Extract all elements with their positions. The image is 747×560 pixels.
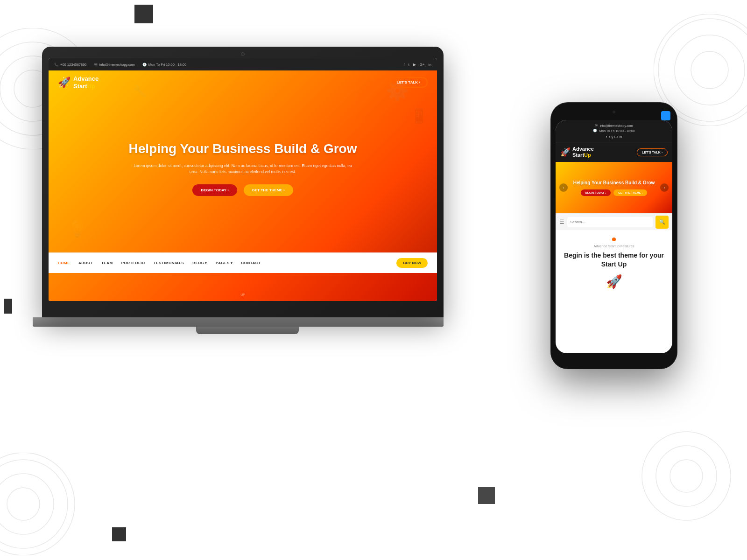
svg-point-7 (0, 453, 75, 555)
decorative-square-1 (134, 5, 153, 23)
svg-point-12 (670, 460, 703, 492)
phone-indicator (661, 111, 670, 120)
phone-hero-next-button[interactable]: › (660, 183, 669, 192)
phone-email-text: info@themeshopy.com (599, 124, 633, 127)
phone-email-row: ✉ info@themeshopy.com (595, 124, 633, 127)
phone-get-theme-button[interactable]: GET THE THEME › (613, 189, 647, 196)
svg-point-13 (656, 446, 717, 506)
phone-hero-title: Helping Your Business Build & Grow (573, 180, 655, 186)
social-gplus: G+ (420, 63, 425, 67)
clock-icon: 🕐 (142, 63, 147, 67)
laptop-outer: 📞 +00 1234567890 ✉ info@themeshopy.com 🕐… (42, 47, 444, 317)
svg-point-8 (691, 51, 728, 89)
buy-now-button[interactable]: BUY NOW (396, 258, 428, 268)
topbar-hours: 🕐 Mon To Fri 10:00 - 18:00 (142, 63, 187, 67)
social-twitter: t (409, 63, 409, 67)
phone-mockup: ✉ info@themeshopy.com 🕐 Mon To Fri 10:00… (551, 103, 677, 373)
phone-logo-line2: StartUp (572, 152, 594, 158)
email-icon: ✉ (94, 63, 98, 67)
nav-portfolio[interactable]: PORTFOLIO (121, 261, 145, 265)
phone-hero-content: Helping Your Business Build & Grow BEGIN… (573, 180, 655, 196)
social-facebook: f (403, 63, 404, 67)
laptop-camera (241, 52, 245, 56)
nav-team[interactable]: TEAM (101, 261, 113, 265)
laptop-hero-lower: UP (49, 273, 437, 301)
phone-hours-text: Mon To Fri 10:00 - 18:00 (599, 129, 634, 133)
phone-contact-info: ✉ info@themeshopy.com 🕐 Mon To Fri 10:00… (560, 124, 668, 139)
social-youtube: ▶ (413, 63, 416, 67)
topbar-social: f t ▶ G+ in (403, 63, 431, 67)
hero-title: Helping Your Business Build & Grow (128, 141, 357, 156)
hero-buttons: BEGIN TODAY › GET THE THEME › (192, 184, 293, 196)
phone-hero: ‹ Helping Your Business Build & Grow BEG… (556, 162, 672, 213)
decorative-square-4 (478, 487, 495, 504)
phone-logo-rocket-icon: 🚀 (560, 147, 571, 157)
nav-pages[interactable]: PAGES (216, 261, 233, 265)
phone-logo-highlight: Up (584, 152, 591, 158)
nav-home[interactable]: HOME (58, 261, 70, 265)
topbar-email-text: info@themeshopy.com (99, 63, 135, 67)
logo-line1: Advance (73, 75, 99, 83)
laptop-hero: 🚀 Advance StartUp LET'S TALK › Helping Y… (49, 70, 437, 252)
phone-socials: f ✦ y G+ in (606, 135, 622, 139)
svg-point-14 (642, 432, 731, 520)
features-dot (612, 238, 616, 241)
phone-search-input[interactable] (567, 217, 653, 227)
nav-blog[interactable]: BLOG (192, 261, 207, 265)
svg-point-5 (0, 474, 54, 534)
laptop-mockup: 📞 +00 1234567890 ✉ info@themeshopy.com 🕐… (42, 47, 453, 364)
decorative-square-3 (4, 299, 12, 314)
get-theme-button[interactable]: GET THE THEME › (244, 184, 293, 196)
topbar-phone: 📞 +00 1234567890 (54, 63, 87, 67)
social-linkedin: in (429, 63, 431, 67)
phone-email-icon: ✉ (595, 124, 598, 127)
phone-search-button[interactable]: 🔍 (655, 216, 669, 229)
phone-logo: 🚀 Advance StartUp (560, 146, 594, 158)
phone-outer: ✉ info@themeshopy.com 🕐 Mon To Fri 10:00… (551, 103, 677, 369)
phone-icon: 📞 (54, 63, 58, 67)
phone-notch (595, 111, 633, 118)
begin-today-button[interactable]: BEGIN TODAY › (192, 184, 237, 196)
features-rocket-icon: 🚀 (560, 274, 668, 289)
phone-header: 🚀 Advance StartUp LET'S TALK › (556, 142, 672, 162)
phone-logo-text: Advance StartUp (572, 146, 594, 158)
hero-subtitle: Lorem ipsum dolor sit amet, consectetur … (131, 163, 355, 175)
laptop-hero-content: Helping Your Business Build & Grow Lorem… (49, 85, 437, 252)
topbar-hours-text: Mon To Fri 10:00 - 18:00 (148, 63, 187, 67)
svg-point-4 (7, 488, 40, 520)
laptop-screen: 📞 +00 1234567890 ✉ info@themeshopy.com 🕐… (49, 58, 437, 301)
laptop-base (33, 317, 444, 327)
phone-lets-talk-button[interactable]: LET'S TALK › (637, 148, 668, 156)
phone-camera (613, 111, 615, 113)
topbar-phone-number: +00 1234567890 (60, 63, 87, 67)
decorative-square-5 (112, 527, 126, 541)
phone-features-section: Advance Startup Features Begin is the be… (556, 230, 672, 294)
phone-hero-prev-button[interactable]: ‹ (559, 183, 568, 192)
svg-point-9 (675, 35, 745, 105)
phone-clock-icon: 🕐 (593, 129, 597, 133)
nav-contact[interactable]: CONTACT (241, 261, 261, 265)
phone-begin-today-button[interactable]: BEGIN TODAY › (581, 189, 611, 196)
phone-topbar: ✉ info@themeshopy.com 🕐 Mon To Fri 10:00… (556, 120, 672, 142)
topbar-email: ✉ info@themeshopy.com (94, 63, 135, 67)
nav-about[interactable]: ABOUT (78, 261, 93, 265)
features-title: Begin is the best theme for your Start U… (560, 251, 668, 268)
laptop-topbar: 📞 +00 1234567890 ✉ info@themeshopy.com 🕐… (49, 58, 437, 70)
phone-screen: ✉ info@themeshopy.com 🕐 Mon To Fri 10:00… (556, 120, 672, 353)
features-label: Advance Startup Features (560, 244, 668, 248)
svg-point-6 (0, 460, 68, 548)
laptop-stand (196, 327, 299, 334)
phone-logo-line1: Advance (572, 146, 594, 152)
nav-testimonials[interactable]: TESTIMONIALS (154, 261, 184, 265)
phone-search-bar: ☰ 🔍 (556, 213, 672, 230)
hamburger-menu-icon[interactable]: ☰ (559, 219, 564, 225)
phone-hero-buttons: BEGIN TODAY › GET THE THEME › (573, 189, 655, 196)
phone-hours-row: 🕐 Mon To Fri 10:00 - 18:00 (593, 129, 634, 133)
laptop-navbar: HOME ABOUT TEAM PORTFOLIO TESTIMONIALS B… (49, 252, 437, 273)
